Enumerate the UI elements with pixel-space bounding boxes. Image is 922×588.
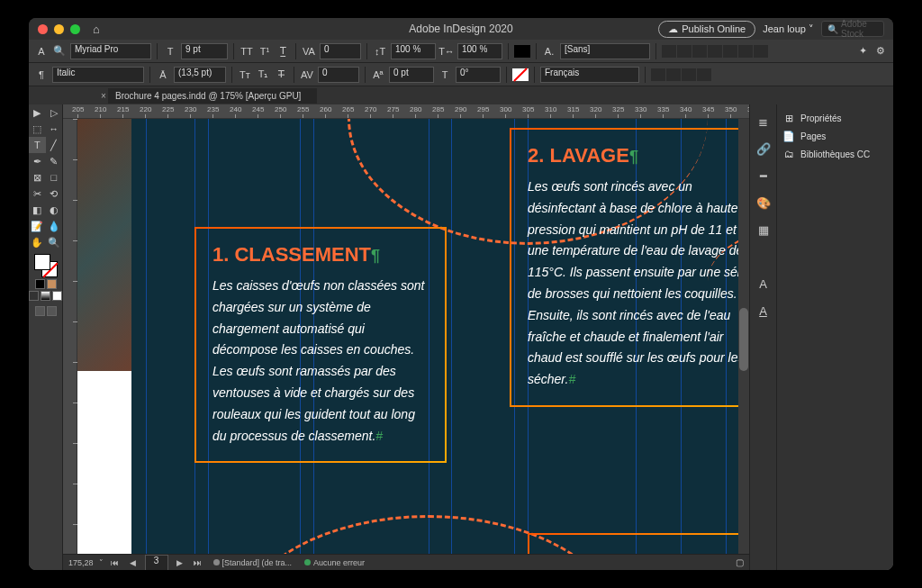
character-dock-icon[interactable]: A [755, 276, 772, 292]
valign-center-button[interactable] [666, 68, 681, 81]
preferences-icon[interactable]: ⚙ [873, 44, 888, 59]
valign-bottom-button[interactable] [682, 68, 696, 81]
tools-panel: ▶ ▷ ⬚ ↔ T ╱ ✒ ✎ ⊠ □ ✂ ⟲ ◧ ◐ 📝 💧 ✋ 🔍 [29, 104, 63, 570]
justify-center-button[interactable] [723, 45, 737, 58]
scroll-thumb[interactable] [739, 308, 748, 371]
next-page-button[interactable]: ▶ [174, 558, 186, 567]
publish-online-button[interactable]: ☁ Publish Online [658, 21, 755, 38]
smallcaps-icon[interactable]: Tт [238, 68, 252, 82]
rectangle-tool-icon[interactable]: □ [46, 169, 63, 185]
document-tab[interactable]: × Brochure 4 pages.indd @ 175% [Aperçu G… [108, 88, 317, 104]
color-dock-icon[interactable]: 🎨 [755, 194, 772, 211]
preview-view-icon[interactable] [47, 306, 57, 316]
allcaps-icon[interactable]: TT [240, 44, 254, 59]
document-viewport[interactable]: 1. CLASSEMENT¶ Les caisses d'œufs non cl… [77, 119, 749, 554]
font-style-select[interactable]: Italic [52, 67, 144, 83]
minimize-window-button[interactable] [54, 24, 64, 34]
baseline-shift-input[interactable]: 0 pt [389, 67, 434, 83]
user-menu[interactable]: Jean loup ˅ [763, 23, 814, 35]
valign-justify-button[interactable] [697, 68, 711, 81]
first-page-button[interactable]: ⏮ [109, 558, 122, 567]
panel-properties[interactable]: ⊞ Propriétés [782, 112, 888, 124]
bridge-icon[interactable]: ✦ [855, 44, 870, 59]
panel-pages[interactable]: 📄 Pages [782, 130, 888, 142]
font-family-select[interactable]: Myriad Pro [70, 43, 151, 59]
selection-tool-icon[interactable]: ▶ [29, 104, 46, 121]
prev-page-button[interactable]: ◀ [127, 558, 140, 567]
leading-input[interactable]: (13,5 pt) [174, 67, 226, 83]
subscript-icon[interactable]: T₁ [256, 68, 270, 82]
swatches-dock-icon[interactable]: ▦ [755, 222, 772, 238]
hscale-input[interactable]: 100 % [457, 43, 502, 59]
direct-selection-tool-icon[interactable]: ▷ [46, 104, 63, 121]
hand-tool-icon[interactable]: ✋ [29, 234, 46, 250]
justify-full-button[interactable] [754, 45, 768, 58]
search-font-icon[interactable]: 🔍 [52, 44, 67, 59]
resize-handle-icon[interactable]: ▢ [736, 557, 744, 567]
normal-view-icon[interactable] [35, 306, 45, 316]
superscript-icon[interactable]: T¹ [258, 44, 272, 59]
vscale-input[interactable]: 100 % [391, 43, 436, 59]
zoom-tool-icon[interactable]: 🔍 [46, 234, 63, 250]
char-style-select[interactable]: [Sans] [560, 43, 650, 59]
language-select[interactable]: Français [540, 67, 639, 83]
horizontal-ruler[interactable]: 2052102152202252302352402452502552602652… [63, 104, 749, 119]
close-window-button[interactable] [38, 24, 48, 34]
layers-dock-icon[interactable]: ≣ [755, 113, 772, 130]
page-tool-icon[interactable]: ⬚ [29, 121, 46, 137]
home-icon[interactable]: ⌂ [93, 23, 100, 36]
align-right-button[interactable] [692, 45, 707, 58]
transform-tool-icon[interactable]: ⟲ [46, 185, 63, 202]
close-tab-icon[interactable]: × [101, 91, 106, 101]
stroke-color-swatch[interactable] [512, 68, 529, 81]
preflight-status[interactable]: Aucune erreur [313, 558, 365, 567]
chevron-down-icon[interactable]: ˅ [99, 558, 104, 567]
pencil-tool-icon[interactable]: ✎ [46, 153, 63, 169]
character-styles-dock-icon[interactable]: A [755, 303, 772, 319]
page-number-input[interactable]: 3 [145, 555, 168, 571]
eyedropper-tool-icon[interactable]: 💧 [46, 218, 63, 234]
formatting-container-icon[interactable] [47, 279, 57, 289]
kerning-input[interactable]: 0 [318, 67, 359, 83]
last-page-button[interactable]: ⏭ [192, 558, 204, 567]
skew-input[interactable]: 0° [456, 67, 501, 83]
none-icon[interactable] [52, 291, 62, 301]
fill-stroke-swatches[interactable] [34, 254, 58, 277]
panel-dock: ≣ 🔗 ━ 🎨 ▦ A A [749, 104, 776, 570]
justify-left-button[interactable] [708, 45, 722, 58]
note-tool-icon[interactable]: 📝 [29, 218, 46, 234]
line-tool-icon[interactable]: ╱ [46, 137, 63, 153]
valign-top-button[interactable] [651, 68, 665, 81]
gap-tool-icon[interactable]: ↔ [46, 121, 63, 137]
vertical-ruler[interactable] [63, 119, 77, 554]
justify-right-button[interactable] [738, 45, 753, 58]
apply-color-icon[interactable] [35, 279, 45, 289]
layer-readout[interactable]: [Standard] (de tra... [222, 558, 293, 567]
gradient-swatch-tool-icon[interactable]: ◧ [29, 202, 46, 218]
tracking-input[interactable]: 0 [320, 43, 361, 59]
character-formatting-icon[interactable]: A [34, 44, 49, 59]
paragraph-formatting-icon[interactable]: ¶ [34, 68, 49, 82]
scissors-tool-icon[interactable]: ✂ [29, 185, 46, 202]
align-center-button[interactable] [677, 45, 692, 58]
rectangle-frame-tool-icon[interactable]: ⊠ [29, 169, 46, 185]
default-fill-icon[interactable] [29, 291, 39, 301]
font-size-input[interactable]: 9 pt [181, 43, 228, 59]
strikethrough-icon[interactable]: T̶ [274, 68, 288, 82]
type-tool-icon[interactable]: T [29, 137, 46, 153]
vertical-scrollbar[interactable] [738, 119, 749, 554]
textframe-mirage[interactable]: 5. MIRAGE¶ [528, 533, 749, 554]
align-left-button[interactable] [662, 45, 676, 58]
fill-color-swatch[interactable] [514, 45, 530, 58]
gradient-feather-tool-icon[interactable]: ◐ [46, 202, 63, 218]
links-dock-icon[interactable]: 🔗 [755, 140, 772, 157]
gradient-icon[interactable] [41, 291, 50, 301]
adobe-stock-search[interactable]: 🔍 Adobe Stock [821, 21, 884, 37]
stroke-dock-icon[interactable]: ━ [755, 167, 772, 184]
pen-tool-icon[interactable]: ✒ [29, 153, 46, 169]
panel-cc-libraries[interactable]: 🗂 Bibliothèques CC [782, 148, 888, 160]
textframe-classement[interactable]: 1. CLASSEMENT¶ Les caisses d'œufs non cl… [194, 227, 447, 463]
underline-icon[interactable]: T̲ [276, 44, 290, 59]
maximize-window-button[interactable] [70, 24, 80, 34]
textframe-lavage[interactable]: 2. LAVAGE¶ Les œufs sont rincés avec un … [510, 128, 749, 407]
